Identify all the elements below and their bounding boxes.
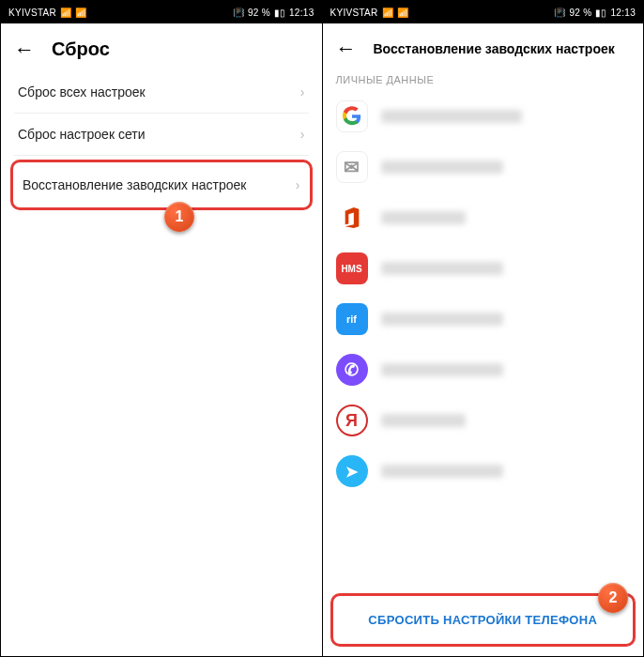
step-badge-2: 2	[598, 583, 628, 613]
phone-right: KYIVSTAR 📶 📶 📳 92 % ▮▯ 12:13 ← Восстанов…	[323, 1, 644, 656]
wifi-icon: 📶	[397, 8, 408, 18]
blurred-account	[381, 160, 503, 174]
reset-network-item[interactable]: Сброс настроек сети ›	[14, 114, 309, 156]
reset-all-settings-item[interactable]: Сброс всех настроек ›	[14, 71, 309, 114]
account-row-mail[interactable]: ✉	[323, 142, 644, 192]
reset-options-list: Сброс всех настроек › Сброс настроек сет…	[1, 71, 322, 214]
accounts-list: ✉ HMS rif ✆ Я	[323, 91, 644, 497]
reset-phone-button[interactable]: СБРОСИТЬ НАСТРОЙКИ ТЕЛЕФОНА	[337, 600, 630, 640]
section-label: ЛИЧНЫЕ ДАННЫЕ	[323, 70, 644, 91]
status-bar: KYIVSTAR 📶 📶 📳 92 % ▮▯ 12:13	[1, 1, 322, 23]
item-label: Сброс всех настроек	[18, 84, 146, 99]
chevron-right-icon: ›	[296, 177, 300, 192]
account-row-google[interactable]	[323, 91, 644, 142]
account-row-viber[interactable]: ✆	[323, 344, 644, 395]
blurred-account	[381, 262, 503, 275]
account-row-hms[interactable]: HMS	[323, 243, 644, 294]
clock: 12:13	[610, 8, 636, 18]
signal-icon: 📶	[60, 8, 71, 18]
header: ← Восстановление заводских настроек	[323, 23, 644, 70]
wifi-icon: 📶	[75, 8, 86, 18]
page-title: Сброс	[52, 38, 110, 60]
step-badge-1: 1	[164, 202, 194, 232]
bottom-button-area: СБРОСИТЬ НАСТРОЙКИ ТЕЛЕФОНА	[330, 593, 636, 647]
blurred-account	[381, 363, 503, 376]
back-arrow-icon[interactable]: ←	[14, 39, 35, 60]
viber-icon: ✆	[336, 354, 368, 386]
page-title: Восстановление заводских настроек	[374, 41, 615, 56]
battery-icon: ▮▯	[595, 8, 606, 18]
clock: 12:13	[289, 8, 314, 18]
factory-reset-item[interactable]: Восстановление заводских настроек ›	[15, 168, 308, 202]
blurred-account	[381, 414, 466, 427]
carrier-label: KYIVSTAR	[8, 8, 56, 18]
blurred-account	[381, 313, 503, 326]
vibrate-icon: 📳	[554, 8, 565, 18]
battery-percent: 92 %	[569, 8, 591, 18]
hms-icon: HMS	[336, 252, 368, 284]
highlight-annotation: СБРОСИТЬ НАСТРОЙКИ ТЕЛЕФОНА	[330, 593, 636, 647]
two-screenshot-container: KYIVSTAR 📶 📶 📳 92 % ▮▯ 12:13 ← Сброс Сбр…	[0, 0, 644, 657]
google-icon	[336, 100, 368, 132]
blurred-account	[381, 211, 466, 224]
phone-left: KYIVSTAR 📶 📶 📳 92 % ▮▯ 12:13 ← Сброс Сбр…	[1, 1, 323, 656]
chevron-right-icon: ›	[300, 84, 305, 99]
yandex-icon: Я	[336, 405, 368, 436]
carrier-label: KYIVSTAR	[330, 8, 378, 18]
vibrate-icon: 📳	[233, 8, 244, 18]
office-icon	[336, 202, 368, 234]
account-row-yandex[interactable]: Я	[323, 395, 644, 446]
back-arrow-icon[interactable]: ←	[336, 38, 357, 59]
account-row-rif[interactable]: rif	[323, 294, 644, 344]
signal-icon: 📶	[382, 8, 393, 18]
blurred-account	[381, 110, 522, 123]
header: ← Сброс	[1, 23, 322, 71]
highlight-annotation: Восстановление заводских настроек ›	[10, 160, 313, 210]
mail-icon: ✉	[336, 151, 368, 183]
battery-icon: ▮▯	[274, 8, 285, 18]
chevron-right-icon: ›	[300, 127, 305, 142]
account-row-office[interactable]	[323, 192, 644, 243]
blurred-account	[381, 465, 503, 478]
telegram-icon: ➤	[336, 455, 368, 487]
item-label: Сброс настроек сети	[18, 127, 145, 142]
status-bar: KYIVSTAR 📶 📶 📳 92 % ▮▯ 12:13	[323, 1, 644, 23]
rif-icon: rif	[336, 303, 368, 335]
account-row-telegram[interactable]: ➤	[323, 446, 644, 497]
battery-percent: 92 %	[248, 8, 270, 18]
item-label: Восстановление заводских настроек	[23, 177, 246, 192]
